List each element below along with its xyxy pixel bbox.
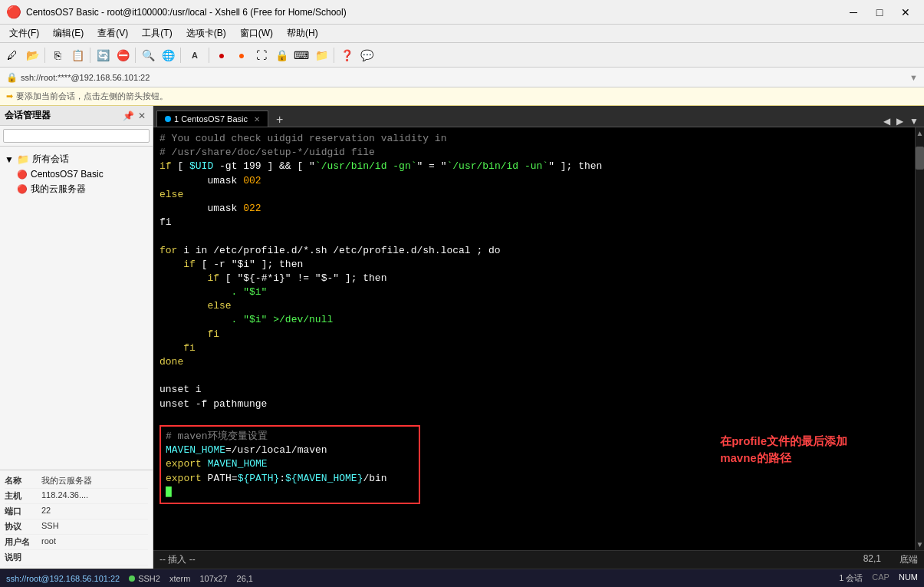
- tab-add-button[interactable]: +: [271, 113, 288, 127]
- sidebar-search-input[interactable]: [3, 129, 150, 143]
- prop-protocol: 协议 SSH: [5, 519, 148, 535]
- toolbar-new[interactable]: 🖊: [3, 46, 21, 64]
- prop-key-host: 主机: [5, 490, 41, 502]
- term-line-if3: if [ "${-#*i}" != "$-" ]; then: [159, 272, 909, 285]
- infobar: ➡ 要添加当前会话，点击左侧的箭头按钮。: [0, 87, 924, 106]
- tab-navigation: ◀ ▶ ▼: [881, 116, 921, 127]
- prop-key-port: 端口: [5, 506, 41, 517]
- scroll-down-button[interactable]: ▼: [916, 539, 924, 550]
- prop-val-port: 22: [41, 506, 148, 517]
- toolbar-font[interactable]: A: [184, 46, 206, 64]
- toolbar-orange[interactable]: ●: [232, 46, 251, 64]
- minimize-button[interactable]: ─: [841, 3, 866, 21]
- toolbar-disconnect[interactable]: ⛔: [113, 46, 132, 64]
- toolbar-copy[interactable]: ⎘: [48, 46, 67, 64]
- term-line-4: umask 002: [159, 174, 909, 188]
- toolbar-sep1: [44, 48, 45, 63]
- session-item-cloud[interactable]: 🔴 我的云服务器: [5, 181, 148, 197]
- sidebar-pin-button[interactable]: 📌: [122, 110, 134, 122]
- sidebar-title: 会话管理器: [5, 109, 122, 122]
- arrow-icon: ➡: [6, 91, 13, 101]
- session-icon-centos: 🔴: [17, 170, 28, 180]
- term-line-blank1: [159, 229, 909, 243]
- toolbar-settings[interactable]: 🌐: [159, 46, 177, 64]
- sidebar: 会话管理器 📌 ✕ ▼ 📁 所有会话 🔴 CentosOS7 Basic: [0, 106, 153, 569]
- toolbar-paste[interactable]: 📋: [68, 46, 87, 64]
- menu-file[interactable]: 文件(F): [3, 25, 45, 41]
- insert-bar-right: 82,1 底端: [863, 553, 918, 566]
- tree-root-header[interactable]: ▼ 📁 所有会话: [5, 151, 148, 167]
- session-label-centos: CentosOS7 Basic: [31, 169, 104, 180]
- session-item-centos[interactable]: 🔴 CentosOS7 Basic: [5, 167, 148, 181]
- statusbar-right: 1 会话 CAP NUM: [839, 572, 918, 584]
- lock-icon: 🔒: [6, 72, 18, 83]
- status-sessions: 1 会话: [839, 572, 863, 584]
- menu-window[interactable]: 窗口(W): [234, 25, 279, 41]
- prop-host: 主机 118.24.36....: [5, 489, 148, 504]
- term-maven-export1: export MAVEN_HOME: [166, 457, 414, 471]
- status-protocol: SSH2: [138, 574, 160, 583]
- term-maven-home: MAVEN_HOME=/usr/local/maven: [166, 444, 414, 457]
- tab-centos[interactable]: 1 CentosOS7 Basic ✕: [156, 110, 268, 127]
- menu-view[interactable]: 查看(V): [91, 25, 134, 41]
- toolbar-sep5: [209, 48, 209, 63]
- session-tree: ▼ 📁 所有会话 🔴 CentosOS7 Basic 🔴 我的云服务器: [0, 147, 153, 470]
- scroll-up-button[interactable]: ▲: [916, 127, 924, 139]
- toolbar-help[interactable]: ❓: [337, 46, 356, 64]
- insert-bar: -- 插入 -- 82,1 底端: [153, 550, 924, 569]
- tab-indicator: [165, 116, 171, 122]
- tree-root-label: 所有会话: [32, 153, 69, 166]
- status-num: NUM: [899, 572, 918, 584]
- menu-tabs[interactable]: 选项卡(B): [180, 25, 232, 41]
- status-size: 107x27: [199, 574, 227, 583]
- term-line-blank3: [159, 411, 909, 425]
- close-button[interactable]: ✕: [893, 3, 918, 21]
- scroll-thumb[interactable]: [916, 147, 924, 170]
- app-icon: 🔴: [6, 5, 21, 19]
- address-dropdown[interactable]: ▼: [909, 73, 918, 82]
- menu-help[interactable]: 帮助(H): [281, 25, 324, 41]
- folder-icon: 📁: [17, 153, 29, 165]
- term-line-dot1: . "$i": [159, 285, 909, 299]
- toolbar-search[interactable]: 🔍: [139, 46, 157, 64]
- toolbar-chat[interactable]: 💬: [357, 46, 376, 64]
- term-line-3: if [ $UID -gt 199 ] && [ "`/usr/bin/id -…: [159, 160, 909, 173]
- tree-expand-icon: ▼: [5, 154, 14, 165]
- sidebar-header: 会话管理器 📌 ✕: [0, 106, 153, 126]
- toolbar-red[interactable]: ●: [212, 46, 231, 64]
- main-area: 会话管理器 📌 ✕ ▼ 📁 所有会话 🔴 CentosOS7 Basic: [0, 106, 924, 569]
- status-protocol-item: SSH2: [129, 574, 160, 583]
- term-line-fi2: fi: [159, 328, 909, 341]
- maximize-button[interactable]: □: [867, 3, 892, 21]
- tab-menu-button[interactable]: ▼: [907, 116, 921, 127]
- address-text: ssh://root:****@192.168.56.101:22: [21, 73, 150, 82]
- toolbar-sep3: [135, 48, 136, 63]
- toolbar-lock[interactable]: 🔒: [272, 46, 291, 64]
- maven-config-section: # maven环境变量设置 MAVEN_HOME=/usr/local/mave…: [159, 425, 909, 504]
- toolbar-fullscreen[interactable]: ⛶: [252, 46, 271, 64]
- prop-val-username: root: [41, 536, 148, 548]
- toolbar-open[interactable]: 📂: [23, 46, 41, 64]
- toolbar-kbd[interactable]: ⌨: [292, 46, 311, 64]
- menu-tools[interactable]: 工具(T): [136, 25, 178, 41]
- toolbar-refresh[interactable]: 🔄: [94, 46, 112, 64]
- sidebar-close-button[interactable]: ✕: [136, 110, 148, 122]
- term-line-6: umask 022: [159, 202, 909, 216]
- menu-edit[interactable]: 编辑(E): [47, 25, 90, 41]
- infobar-text: 要添加当前会话，点击左侧的箭头按钮。: [16, 91, 168, 102]
- tab-close-button[interactable]: ✕: [254, 115, 260, 124]
- terminal-scrollbar[interactable]: ▲ ▼: [915, 127, 924, 550]
- toolbar-transfer[interactable]: 📁: [312, 46, 330, 64]
- term-line-fi3: fi: [159, 341, 909, 355]
- term-maven-comment: # maven环境变量设置: [166, 430, 414, 444]
- term-cursor: █: [166, 486, 414, 500]
- prop-key-notes: 说明: [5, 552, 41, 563]
- prop-port: 端口 22: [5, 504, 148, 519]
- tab-next-button[interactable]: ▶: [894, 116, 906, 127]
- prop-key-name: 名称: [5, 475, 41, 486]
- toolbar: 🖊 📂 ⎘ 📋 🔄 ⛔ 🔍 🌐 A ● ● ⛶ 🔒 ⌨ 📁 ❓ 💬: [0, 43, 924, 68]
- terminal[interactable]: # You could check uidgid reservation val…: [153, 127, 915, 550]
- term-line-dot2: . "$i" >/dev/null: [159, 313, 909, 327]
- tab-prev-button[interactable]: ◀: [881, 116, 893, 127]
- prop-key-username: 用户名: [5, 536, 41, 548]
